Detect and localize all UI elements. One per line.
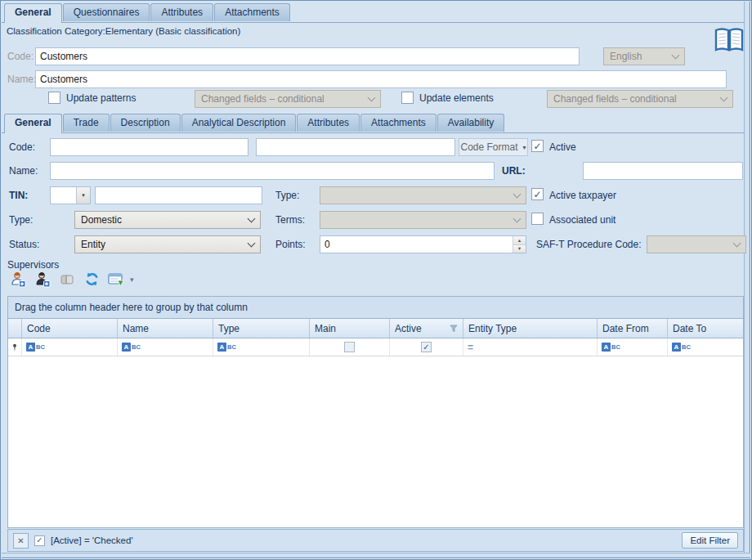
text-filter-icon-bc: BC bbox=[227, 343, 236, 351]
inner-tab-general[interactable]: General bbox=[4, 114, 62, 133]
col-header-active[interactable]: Active bbox=[390, 319, 463, 338]
inner-tab-attributes[interactable]: Attributes bbox=[297, 114, 360, 132]
col-header-date-to[interactable]: Date To bbox=[668, 319, 743, 338]
caret-down-icon: ▾ bbox=[76, 187, 90, 204]
chevron-down-icon bbox=[248, 239, 256, 247]
open-book-icon[interactable] bbox=[714, 28, 745, 53]
points-value[interactable] bbox=[320, 236, 513, 253]
filter-expression-text[interactable]: [Active] = 'Checked' bbox=[51, 535, 133, 545]
edit-filter-button[interactable]: Edit Filter bbox=[682, 532, 738, 549]
grid-export-icon[interactable] bbox=[107, 271, 125, 288]
inner-tab-trade[interactable]: Trade bbox=[63, 114, 110, 132]
refresh-icon[interactable] bbox=[83, 271, 101, 288]
associated-unit-label: Associated unit bbox=[549, 214, 615, 226]
points-input[interactable]: ▲ ▼ bbox=[320, 235, 526, 253]
text-filter-icon: A bbox=[602, 343, 611, 352]
tin-prefix-select[interactable]: ▾ bbox=[50, 186, 91, 204]
update-patterns-mode-value: Changed fields – conditional bbox=[201, 93, 369, 105]
filter-cell-date-from[interactable]: ABC bbox=[598, 338, 668, 356]
filter-cell-date-to[interactable]: ABC bbox=[668, 338, 743, 356]
chevron-down-icon bbox=[368, 93, 376, 101]
update-elements-mode-select[interactable]: Changed fields – conditional bbox=[547, 90, 733, 108]
type-select[interactable] bbox=[320, 186, 526, 204]
filter-cell-name[interactable]: ABC bbox=[118, 338, 213, 356]
col-header-type[interactable]: Type bbox=[213, 319, 310, 338]
col-header-entity-type[interactable]: Entity Type bbox=[463, 319, 598, 338]
col-header-date-from[interactable]: Date From bbox=[598, 319, 668, 338]
check-icon: ✓ bbox=[36, 536, 43, 544]
active-checkbox[interactable]: ✓ bbox=[531, 140, 544, 152]
caret-down-icon: ▾ bbox=[523, 144, 526, 151]
saft-procedure-code-select[interactable] bbox=[647, 235, 746, 253]
col-header-code[interactable]: Code bbox=[22, 319, 118, 338]
type2-select-value: Domestic bbox=[81, 214, 248, 226]
close-filter-button[interactable]: ✕ bbox=[13, 533, 29, 549]
col-header-name[interactable]: Name bbox=[118, 319, 213, 338]
tin-input[interactable] bbox=[95, 186, 262, 204]
tab-attributes[interactable]: Attributes bbox=[150, 3, 213, 21]
code-secondary-input[interactable] bbox=[256, 138, 455, 156]
grid-filter-panel: ✕ ✓ [Active] = 'Checked' Edit Filter bbox=[7, 529, 744, 552]
filter-cell-active[interactable]: ✓ bbox=[390, 338, 463, 356]
filter-cell-entity-type[interactable]: = bbox=[463, 338, 598, 356]
language-select[interactable]: English bbox=[603, 47, 685, 65]
inner-tab-divider bbox=[2, 132, 744, 133]
active-taxpayer-checkbox[interactable]: ✓ bbox=[531, 188, 544, 200]
add-person-icon[interactable] bbox=[9, 271, 27, 288]
spin-down-icon[interactable]: ▼ bbox=[513, 245, 526, 253]
status-select[interactable]: Entity bbox=[74, 235, 261, 253]
inner-tab-analytical-description[interactable]: Analytical Description bbox=[181, 114, 297, 132]
language-select-value: English bbox=[610, 51, 673, 62]
type2-label: Type: bbox=[9, 214, 33, 226]
header-name-input[interactable] bbox=[35, 70, 727, 88]
customer-form-window: General Questionnaires Attributes Attach… bbox=[0, 0, 752, 560]
equals-filter-icon: = bbox=[468, 342, 473, 353]
grid-body-empty[interactable] bbox=[8, 356, 743, 527]
tab-attachments[interactable]: Attachments bbox=[214, 3, 290, 21]
active-label: Active bbox=[549, 141, 576, 153]
name-input[interactable] bbox=[50, 162, 495, 180]
filter-cell-code[interactable]: ABC bbox=[22, 338, 118, 356]
filter-funnel-icon[interactable] bbox=[450, 325, 458, 333]
spin-up-icon[interactable]: ▲ bbox=[513, 236, 526, 245]
detach-icon-disabled bbox=[58, 271, 76, 288]
col-header-active-label: Active bbox=[395, 323, 422, 334]
update-patterns-checkbox[interactable] bbox=[48, 92, 60, 104]
type2-select[interactable]: Domestic bbox=[74, 211, 261, 229]
tin-prefix-value bbox=[51, 187, 76, 204]
pushpin-icon bbox=[12, 343, 17, 352]
inner-tab-description[interactable]: Description bbox=[110, 114, 181, 132]
associated-unit-checkbox[interactable] bbox=[531, 213, 544, 225]
filter-row-indicator bbox=[8, 338, 22, 356]
tab-general[interactable]: General bbox=[4, 3, 62, 23]
add-business-person-icon[interactable] bbox=[34, 271, 51, 288]
inner-tab-attachments[interactable]: Attachments bbox=[360, 114, 436, 132]
update-elements-checkbox[interactable] bbox=[401, 92, 414, 104]
grid-group-panel[interactable]: Drag the column header here to group by … bbox=[8, 297, 743, 319]
text-filter-icon-bc: BC bbox=[132, 343, 141, 351]
header-code-input[interactable] bbox=[35, 47, 580, 65]
url-input[interactable] bbox=[583, 162, 743, 180]
code-format-button[interactable]: Code Format ▾ bbox=[459, 138, 528, 156]
chevron-down-icon bbox=[733, 239, 741, 247]
check-icon: ✓ bbox=[533, 190, 541, 199]
group-hint-text: Drag the column header here to group by … bbox=[15, 302, 248, 313]
filter-cell-type[interactable]: ABC bbox=[213, 338, 310, 356]
tab-questionnaires[interactable]: Questionnaires bbox=[63, 3, 150, 21]
type-label: Type: bbox=[275, 190, 299, 201]
active-filter-checkbox[interactable]: ✓ bbox=[421, 342, 432, 352]
code-input[interactable] bbox=[50, 138, 248, 156]
caret-down-icon[interactable]: ▾ bbox=[130, 276, 134, 284]
filter-enabled-checkbox[interactable]: ✓ bbox=[34, 535, 45, 546]
chevron-down-icon bbox=[720, 93, 728, 101]
inner-tab-availability[interactable]: Availability bbox=[437, 114, 504, 132]
main-filter-checkbox[interactable] bbox=[344, 342, 355, 352]
text-filter-icon-bc: BC bbox=[36, 343, 45, 351]
update-patterns-label: Update patterns bbox=[66, 92, 136, 104]
chevron-down-icon bbox=[672, 51, 680, 59]
filter-cell-main[interactable] bbox=[310, 338, 390, 356]
update-patterns-mode-select[interactable]: Changed fields – conditional bbox=[195, 90, 381, 108]
col-header-main[interactable]: Main bbox=[310, 319, 390, 338]
chevron-down-icon bbox=[248, 214, 256, 222]
terms-select[interactable] bbox=[320, 211, 526, 229]
